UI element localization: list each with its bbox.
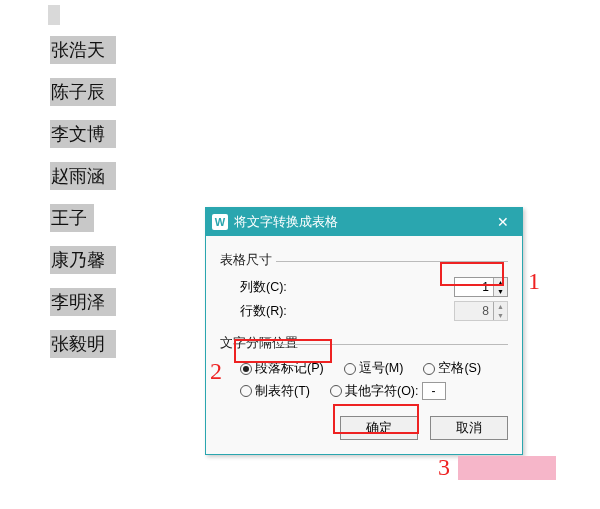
columns-field: 列数(C): ▲ ▼ [240, 277, 508, 297]
columns-spinner[interactable]: ▲ ▼ [454, 277, 508, 297]
name-list: 张浩天 陈子辰 李文博 赵雨涵 王子 康乃馨 李明泽 张毅明 [50, 36, 116, 372]
radio-label: 其他字符(O): [345, 383, 419, 400]
dialog-body: 表格尺寸 列数(C): ▲ ▼ 行数(R): ▲ ▼ 文字分隔位置 [206, 236, 522, 454]
group-separator-label: 文字分隔位置 [220, 336, 298, 350]
rows-input [455, 302, 493, 320]
convert-text-to-table-dialog: W 将文字转换成表格 ✕ 表格尺寸 列数(C): ▲ ▼ 行数(R): ▲ ▼ [205, 207, 523, 455]
ok-button[interactable]: 确定 [340, 416, 418, 440]
list-item[interactable]: 赵雨涵 [50, 162, 116, 190]
list-item[interactable]: 李明泽 [50, 288, 116, 316]
annotation-label-2: 2 [210, 358, 222, 385]
columns-label: 列数(C): [240, 279, 310, 296]
radio-icon [240, 363, 252, 375]
radio-icon [330, 385, 342, 397]
list-item[interactable]: 张浩天 [50, 36, 116, 64]
rows-field: 行数(R): ▲ ▼ [240, 301, 508, 321]
spinner-buttons: ▲ ▼ [493, 278, 507, 296]
rows-spinner: ▲ ▼ [454, 301, 508, 321]
spin-down-icon: ▼ [494, 311, 507, 320]
list-item[interactable]: 康乃馨 [50, 246, 116, 274]
dialog-title: 将文字转换成表格 [234, 213, 488, 231]
radio-label: 空格(S) [438, 360, 481, 377]
annotation-label-3: 3 [438, 454, 450, 481]
separator-radio-group: 段落标记(P) 逗号(M) 空格(S) 制表符(T) 其他字 [240, 360, 508, 400]
other-char-input[interactable] [422, 382, 446, 400]
group-separator: 文字分隔位置 [220, 335, 508, 352]
close-button[interactable]: ✕ [488, 208, 518, 236]
radio-paragraph[interactable]: 段落标记(P) [240, 360, 324, 377]
radio-icon [240, 385, 252, 397]
pink-decoration [458, 456, 556, 480]
radio-comma[interactable]: 逗号(M) [344, 360, 404, 377]
list-item[interactable]: 王子 [50, 204, 94, 232]
radio-label: 制表符(T) [255, 383, 310, 400]
radio-icon [344, 363, 356, 375]
spin-down-icon[interactable]: ▼ [494, 287, 507, 296]
radio-icon [423, 363, 435, 375]
spin-up-icon: ▲ [494, 302, 507, 311]
radio-other[interactable]: 其他字符(O): [330, 382, 446, 400]
radio-tab[interactable]: 制表符(T) [240, 383, 310, 400]
spin-up-icon[interactable]: ▲ [494, 278, 507, 287]
radio-space[interactable]: 空格(S) [423, 360, 481, 377]
list-item[interactable]: 张毅明 [50, 330, 116, 358]
list-item[interactable]: 陈子辰 [50, 78, 116, 106]
columns-input[interactable] [455, 278, 493, 296]
wps-icon: W [212, 214, 228, 230]
text-cursor [48, 5, 60, 25]
group-table-size: 表格尺寸 [220, 252, 508, 269]
dialog-titlebar[interactable]: W 将文字转换成表格 ✕ [206, 208, 522, 236]
cancel-button[interactable]: 取消 [430, 416, 508, 440]
list-item[interactable]: 李文博 [50, 120, 116, 148]
rows-label: 行数(R): [240, 303, 310, 320]
spinner-buttons: ▲ ▼ [493, 302, 507, 320]
radio-label: 段落标记(P) [255, 360, 324, 377]
annotation-label-1: 1 [528, 268, 540, 295]
radio-label: 逗号(M) [359, 360, 404, 377]
